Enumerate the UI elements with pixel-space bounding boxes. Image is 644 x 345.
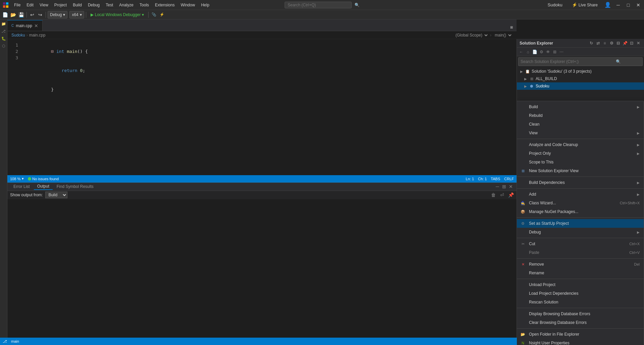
context-menu: Build ▶ Rebuild Clean View ▶ Analyze and… [517,101,644,345]
ctx-paste[interactable]: Paste Ctrl+V [517,248,644,257]
ctx-open-folder[interactable]: 📂 Open Folder in File Explorer [517,330,644,339]
se-collapse-button[interactable]: ⊟ [615,40,621,46]
menu-test[interactable]: Test [103,2,116,8]
git-icon[interactable]: ⎇ [1,28,7,34]
se-home-button[interactable]: ⌂ [525,49,531,55]
menu-window[interactable]: Window [178,2,198,8]
ctx-clean[interactable]: Clean [517,120,644,129]
perf-button[interactable]: ⚡ [158,11,166,18]
ctx-clear-errors[interactable]: Clear Browsing Database Errors [517,318,644,327]
output-pin-button[interactable]: 📌 [508,192,514,198]
editor-tab-main[interactable]: C main.cpp ✕ [7,20,43,31]
ctx-display-errors[interactable]: Display Browsing Database Errors [517,309,644,318]
menu-build[interactable]: Build [70,2,85,8]
ctx-scope[interactable]: Scope to This [517,158,644,166]
se-back-button[interactable]: ← [518,49,524,55]
ctx-nuget[interactable]: 📦 Manage NuGet Packages... [517,207,644,216]
editor-scrollbar[interactable] [512,39,517,175]
ctx-analyze[interactable]: Analyze and Code Cleanup ▶ [517,140,644,149]
tree-sudoku-project[interactable]: ▶ ⬢ Sudoku [517,82,644,90]
se-preview-button[interactable]: 👁 [545,49,551,55]
se-search-input[interactable] [521,59,614,64]
split-editor-button[interactable]: ⊞ [508,23,515,31]
issues-status[interactable]: No issues found [28,177,59,181]
se-properties-button[interactable]: ⚙ [538,49,544,55]
menu-debug[interactable]: Debug [85,2,102,8]
tab-close-button[interactable]: ✕ [34,23,38,28]
ctx-project-only[interactable]: Project Only ▶ [517,149,644,158]
scope-right-dropdown[interactable]: main() [493,32,513,38]
ctx-view[interactable]: View ▶ [517,129,644,137]
platform-dropdown[interactable]: x64 ▾ [69,11,84,18]
user-icon[interactable]: 👤 [604,2,611,8]
ctx-new-view[interactable]: ⊞ New Solution Explorer View [517,166,644,175]
ctx-startup[interactable]: ⚙ Set as StartUp Project [517,219,644,228]
se-sync-button[interactable]: ⇄ [595,40,601,46]
config-dropdown[interactable]: Debug ▾ [48,11,67,18]
ctx-unload[interactable]: Unload Project [517,280,644,289]
tab-output[interactable]: Output [34,183,53,190]
ctx-rename[interactable]: Rename [517,269,644,277]
menu-edit[interactable]: Edit [24,2,36,8]
panel-collapse-button[interactable]: ─ [494,184,500,190]
menu-project[interactable]: Project [52,2,69,8]
extensions-icon[interactable]: ⬡ [1,43,7,49]
code-content[interactable]: ⊟ int main() { return 0; } [21,39,512,175]
open-file-button[interactable]: 📂 [9,11,17,18]
close-button[interactable]: ✕ [635,2,641,8]
ctx-build-deps[interactable]: Build Dependencies ▶ [517,178,644,187]
run-button[interactable]: ▶ Local Windows Debugger ▾ [88,11,147,18]
ctx-class-wizard[interactable]: 🧙 Class Wizard... Ctrl+Shift+X [517,199,644,207]
tab-find-symbol[interactable]: Find Symbol Results [53,184,97,190]
ctx-rescan[interactable]: Rescan Solution [517,298,644,306]
new-file-button[interactable]: 📄 [1,11,9,18]
se-search-icon: 🔍 [616,59,621,64]
ctx-rebuild[interactable]: Rebuild [517,111,644,120]
se-expand-button[interactable]: ⊞ [552,49,558,55]
minimize-button[interactable]: ─ [615,2,621,8]
output-clear-button[interactable]: 🗑 [490,192,496,198]
undo-button[interactable]: ↩ [29,11,36,18]
menu-file[interactable]: File [11,2,23,8]
redo-button[interactable]: ↪ [37,11,44,18]
panel-close-button[interactable]: ✕ [508,184,514,190]
code-line-2: return 0; [25,61,508,80]
tree-solution[interactable]: ▶ 📋 Solution 'Sudoku' (3 of 3 projects) [517,68,644,75]
ctx-add[interactable]: Add ▶ [517,190,644,199]
output-source-dropdown[interactable]: Build Debug [45,192,67,198]
se-header-buttons: ↻ ⇄ ≡ ⚙ ⊟ 📌 ⊡ ✕ [588,40,641,46]
menu-analyze[interactable]: Analyze [116,2,136,8]
se-refresh-button[interactable]: ↻ [588,40,594,46]
save-button[interactable]: 💾 [17,11,25,18]
se-close-button[interactable]: ✕ [635,40,641,46]
ctx-nsight[interactable]: N Nsight User Properties [517,339,644,345]
se-settings-button[interactable]: ⚙ [608,40,614,46]
debug-icon[interactable]: 🐛 [1,36,7,42]
menu-help[interactable]: Help [198,2,212,8]
tree-all-build[interactable]: ▶ ⊞ ALL_BUILD [517,75,644,82]
menu-view[interactable]: View [37,2,51,8]
attach-button[interactable]: 📎 [150,11,158,18]
se-pin-button[interactable]: 📌 [622,40,628,46]
live-share-button[interactable]: ⚡ Live Share [569,2,600,8]
ctx-debug[interactable]: Debug ▶ [517,228,644,236]
panel-float-button[interactable]: ⊞ [501,184,507,190]
ctx-build[interactable]: Build ▶ [517,102,644,111]
live-share-icon: ⚡ [572,2,577,7]
global-search-input[interactable] [285,2,352,8]
se-show-files-button[interactable]: 📄 [532,49,538,55]
ctx-load-deps[interactable]: Load Project Dependencies [517,289,644,298]
menu-tools[interactable]: Tools [137,2,152,8]
maximize-button[interactable]: □ [625,2,631,8]
ctx-cut[interactable]: ✂ Cut Ctrl+X [517,239,644,248]
tab-error-list[interactable]: Error List [10,184,33,190]
ctx-remove[interactable]: ✕ Remove Del [517,260,644,269]
scope-left-dropdown[interactable]: (Global Scope) [453,32,489,38]
output-wrap-button[interactable]: ⏎ [499,192,505,198]
se-filter-button[interactable]: ≡ [602,40,608,46]
menu-extensions[interactable]: Extensions [152,2,177,8]
zoom-control[interactable]: 108 % ▾ [10,177,24,181]
se-undock-button[interactable]: ⊡ [629,40,635,46]
solution-icon[interactable]: 📁 [1,21,7,27]
se-more-button[interactable]: ⋯ [558,49,565,55]
